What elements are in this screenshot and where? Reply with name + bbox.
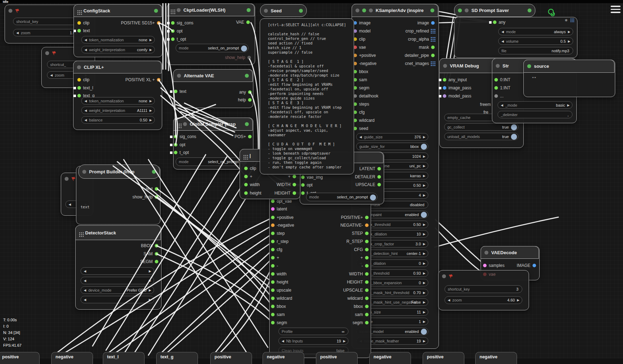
node-clip-xl-widget-balance-right-arrow[interactable]: ▶ <box>149 118 152 122</box>
bypasser-c-collapse-dot[interactable] <box>442 274 446 278</box>
node-sd-prompt-saver-widget-volume[interactable]: ◀volume0.5▶ <box>498 37 573 45</box>
node-clip-xl-widget-weight_interpretation-left-arrow[interactable]: ◀ <box>84 109 87 112</box>
node-ksampler-out-mask-dot[interactable] <box>431 46 435 49</box>
node-ksampler-out-image-dot[interactable] <box>431 21 435 25</box>
node-center-hub-in-step-dot[interactable] <box>271 232 275 235</box>
node-clip-xl-out-positivexl+-dot[interactable] <box>157 78 160 82</box>
node-clip-xl-widget-token_normalization-right-arrow[interactable]: ▶ <box>149 99 152 103</box>
node-pipe-node-in-clip-dot[interactable] <box>244 167 248 170</box>
node-graph-canvas[interactable]: Idle ⚑shortcut_◀zoom▶⚑◀▶⚑shortcut_key◀zo… <box>0 0 623 364</box>
node-bypasser-c-widget-zoom[interactable]: ◀zoom4.60▶ <box>445 296 522 304</box>
bypasser-a-collapse-dot[interactable] <box>8 9 12 13</box>
node-ksampler-widget-sam_dilation-right-arrow[interactable]: ▶ <box>423 262 425 265</box>
node-ksampler-widget-sampler_name-right-arrow[interactable]: ▶ <box>423 164 425 168</box>
clip-xl-collapse-dot[interactable] <box>77 65 81 69</box>
node-detector-stack-out-bbox-dot[interactable] <box>155 244 158 247</box>
node-detector-stack-widget-segmface_yolov8nseg2_60pt-left-arrow[interactable]: ◀ <box>84 298 86 302</box>
node-clip-xl-in-text_g-dot[interactable] <box>77 94 81 97</box>
node-vae-combine-widget-mode-toggle[interactable] <box>370 195 376 201</box>
node-detector-stack-widget-device_mode-left-arrow[interactable]: ◀ <box>84 288 86 292</box>
node-alt-vae-in-text-dot[interactable] <box>174 90 177 93</box>
sd-prompt-saver-collapse-dot[interactable] <box>465 8 469 12</box>
node-clip-xl-widget-balance-left-arrow[interactable]: ◀ <box>84 118 87 122</box>
node-bypasser-b-widget-zoom-left-arrow[interactable]: ◀ <box>50 73 53 77</box>
node-ksampler-out-detailer_pipe-dot[interactable] <box>431 54 435 57</box>
node-center-hub-out-bbox-dot[interactable] <box>365 305 369 308</box>
node-ksampler-out-crop_refined-grid-icon[interactable] <box>431 29 432 30</box>
node-str-widget-_mode-left-arrow[interactable]: ◀ <box>501 103 503 107</box>
node-prompt-builder-header[interactable]: Prompt Builder (Insp <box>78 165 160 179</box>
node-center-hub-out-negative--dot[interactable] <box>365 223 369 227</box>
alt-vae-collapse-dot[interactable] <box>177 74 181 78</box>
node-center-hub-in-bbox-dot[interactable] <box>271 305 275 308</box>
node-center-hub-in-r_step-dot[interactable] <box>271 240 275 243</box>
node-center-hub-out-r_step-dot[interactable] <box>365 240 369 243</box>
node-bypasser-c-widget-zoom-right-arrow[interactable]: ▶ <box>517 298 519 302</box>
node-sd-prompt-saver-widget-mode[interactable]: ◀modealways▶ <box>498 28 573 35</box>
node-center-hub-out-positive+-dot[interactable] <box>365 216 369 219</box>
node-vae-combine-widget-mode[interactable]: modeselect_on_prompt <box>306 193 377 201</box>
node-hidden-left-widget--left-arrow[interactable]: ◀ <box>69 203 71 206</box>
node-pipe-node-in-width-dot[interactable] <box>244 183 248 186</box>
node-global-sampler-header[interactable]: Global Sampler (Insp <box>173 118 253 131</box>
node-ksampler-header[interactable]: KSamplerAdv (inspire <box>352 4 438 17</box>
node-center-hub-in-+-dot[interactable] <box>271 256 275 259</box>
node-detector-stack-out-sam-dot[interactable] <box>155 252 158 256</box>
node-center-hub-widget-nbinputs-right-arrow[interactable]: ▶ <box>343 339 346 343</box>
node-center-hub-widget-nbinputs-left-arrow[interactable]: ◀ <box>282 339 284 343</box>
node-center-hub-in-+positive-dot[interactable] <box>271 216 275 219</box>
node-str-widget-_mode[interactable]: ◀_modebasic▶ <box>498 101 572 109</box>
node-ksampler-widget-bbox_crop_factor-right-arrow[interactable]: ▶ <box>423 242 425 246</box>
node-source-header[interactable]: source <box>523 60 615 73</box>
node-sd-prompt-saver-in-any-dot[interactable] <box>493 20 496 24</box>
node-vram-debug-widget-gc_collect[interactable]: gc_collecttrue <box>444 123 518 131</box>
node-ksampler-widget-bbox_dilation-right-arrow[interactable]: ▶ <box>423 232 425 236</box>
node-vram-debug-widget-unload_all_models[interactable]: unload_all_modelstrue <box>444 133 518 140</box>
node-prompt-builder-text-area[interactable] <box>77 203 158 222</box>
node-center-hub-out-sam-dot[interactable] <box>365 313 369 316</box>
node-center-hub-widget-nbinputs[interactable]: ◀Nb Inputs19▶ <box>278 337 348 345</box>
node-config-stack-out-positivesd15+-dot[interactable] <box>157 21 160 25</box>
ksampler-collapse-dot[interactable] <box>355 8 359 12</box>
node-sd-prompt-saver-widget-mode-left-arrow[interactable]: ◀ <box>501 30 504 34</box>
node-config-stack-widget-token_normalization-left-arrow[interactable]: ◀ <box>84 38 87 42</box>
node-str-widget-_mode-right-arrow[interactable]: ▶ <box>567 103 570 107</box>
node-detector-stack-widget-segmface_yolov8nseg2_60pt[interactable]: ◀▶ <box>81 296 154 303</box>
node-center-hub-out---dot[interactable] <box>365 264 369 268</box>
node-vram-debug-in-any_input-dot[interactable] <box>443 78 446 82</box>
node-vram-debug-in-image_pass-dot[interactable] <box>443 86 446 90</box>
node-config-stack-widget-weight_interpretation-right-arrow[interactable]: ▶ <box>149 48 152 52</box>
node-center-hub-out-cfg-dot[interactable] <box>365 248 369 251</box>
node-ckpt-loader-out-show_help-dot[interactable] <box>247 56 251 59</box>
node-ksampler-widget-bbox_threshold-right-arrow[interactable]: ▶ <box>423 223 425 226</box>
node-center-hub-out-+-dot[interactable] <box>365 256 369 259</box>
node-vae-decode-in-samples-dot[interactable] <box>483 264 487 267</box>
node-detector-stack-widget-bboxface_yolov8n_v2pt-right-arrow[interactable]: ▶ <box>149 269 151 273</box>
node-prompt-builder-out-text-dot[interactable] <box>155 187 158 191</box>
node-vae-combine-in-opt-dot[interactable] <box>301 183 305 187</box>
node-center-hub-out-width-dot[interactable] <box>365 272 369 276</box>
ksampler-collapse-dot[interactable] <box>369 8 373 12</box>
node-center-hub-in-height-dot[interactable] <box>271 280 275 284</box>
node-detector-stack-widget-segmface_yolov8nseg2_60pt-right-arrow[interactable]: ▶ <box>149 298 151 302</box>
node-detector-stack-widget-sam_vit_b_01ec64pth-left-arrow[interactable]: ◀ <box>84 279 86 282</box>
node-detector-stack-widget-device_mode[interactable]: ◀device_modePrefer GPU▶ <box>81 286 154 294</box>
node-vae-decode-header[interactable]: VAEDecode <box>481 246 539 259</box>
node-str-widget-_delimiter[interactable]: _delimiter, <box>498 111 572 118</box>
node-center-hub-out-upscale-dot[interactable] <box>365 288 369 292</box>
node-clip-xl-widget-token_normalization-left-arrow[interactable]: ◀ <box>84 99 87 103</box>
node-pipe-node-out-height-dot[interactable] <box>293 191 296 195</box>
node-ksampler-widget-max_size-right-arrow[interactable]: ▶ <box>423 155 425 158</box>
node-clip-xl-header[interactable]: CLIP XL+ <box>73 61 161 73</box>
node-center-hub-in-width-dot[interactable] <box>271 272 275 276</box>
node-vae-combine-in-vae_img-dot[interactable] <box>301 175 305 179</box>
node-ksampler-widget-cycle-right-arrow[interactable]: ▶ <box>423 320 425 323</box>
node-bypasser-c-widget-shortcut_key[interactable]: shortcut_key3 <box>445 285 522 293</box>
node-center-hub-in-sam-dot[interactable] <box>271 313 275 316</box>
node-center-hub-in-wildcard-dot[interactable] <box>271 297 275 300</box>
global-sampler-collapse-dot[interactable] <box>183 122 187 126</box>
node-vae-combine-in-t_opt-dot[interactable] <box>301 191 305 195</box>
node-detector-stack-widget-bboxface_yolov8n_v2pt-left-arrow[interactable]: ◀ <box>84 269 86 273</box>
node-ksampler-widget-guide_size-right-arrow[interactable]: ▶ <box>423 135 425 139</box>
node-center-hub-in-latent-dot[interactable] <box>271 207 275 211</box>
